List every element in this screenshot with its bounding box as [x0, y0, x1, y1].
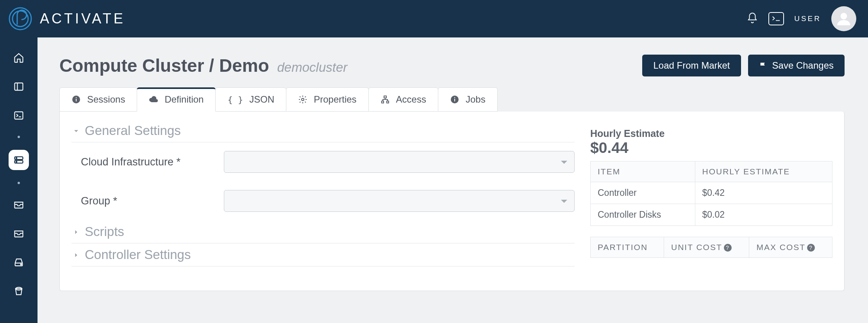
svg-rect-16 — [384, 96, 386, 98]
network-icon — [380, 95, 390, 104]
chevron-right-icon — [71, 224, 81, 239]
cell-item: Controller Disks — [591, 204, 695, 226]
tab-definition[interactable]: Definition — [137, 87, 216, 112]
tab-label: Properties — [314, 94, 356, 105]
col-unit-cost: UNIT COST? — [664, 237, 749, 258]
avatar[interactable] — [831, 6, 856, 31]
load-from-market-button[interactable]: Load From Market — [642, 55, 741, 76]
table-row: Controller $0.42 — [591, 182, 832, 204]
sidebar-item-storage[interactable] — [9, 150, 29, 170]
tab-label: Jobs — [466, 94, 486, 105]
save-changes-label: Save Changes — [772, 60, 834, 71]
cell-hourly: $0.02 — [695, 204, 832, 226]
section-title: Controller Settings — [85, 247, 191, 262]
svg-rect-20 — [454, 99, 455, 101]
gear-icon — [298, 95, 307, 104]
main-content: Compute Cluster / Demo democluster Load … — [38, 37, 868, 323]
notifications-icon[interactable] — [747, 12, 758, 25]
svg-rect-13 — [76, 99, 77, 101]
form-row-cloud-infra: Cloud Infrastructure * — [71, 142, 575, 181]
page-header: Compute Cluster / Demo democluster Load … — [59, 55, 845, 76]
col-unit-cost-label: UNIT COST — [671, 243, 722, 252]
tab-sessions[interactable]: Sessions — [59, 87, 137, 112]
tabs: Sessions Definition { } JSON Properties … — [59, 87, 845, 112]
brand-logo-icon — [8, 6, 33, 31]
cloud-infra-select[interactable] — [224, 151, 575, 173]
section-title: General Settings — [85, 123, 181, 138]
page-title-primary: Compute Cluster / Demo — [59, 55, 269, 76]
load-from-market-label: Load From Market — [653, 60, 730, 71]
tab-label: Access — [396, 94, 426, 105]
col-max-cost: MAX COST? — [749, 237, 832, 258]
section-controller-settings[interactable]: Controller Settings — [71, 243, 575, 266]
cell-hourly: $0.42 — [695, 182, 832, 204]
svg-rect-21 — [454, 97, 455, 98]
terminal-icon[interactable] — [768, 12, 784, 25]
group-select[interactable] — [224, 190, 575, 212]
tab-properties[interactable]: Properties — [286, 87, 368, 112]
chevron-right-icon — [71, 247, 81, 262]
panel-body: General Settings Cloud Infrastructure * … — [59, 112, 845, 291]
tab-label: Definition — [164, 94, 204, 105]
help-icon[interactable]: ? — [807, 244, 815, 252]
estimate-value: $0.44 — [590, 139, 832, 156]
sidebar-item-bucket[interactable] — [10, 282, 27, 300]
brand-text: ACTIVATE — [40, 11, 125, 27]
svg-point-2 — [841, 13, 847, 20]
tab-label: Sessions — [87, 94, 125, 105]
svg-rect-5 — [15, 112, 23, 119]
info-icon — [71, 95, 81, 104]
tab-access[interactable]: Access — [368, 87, 438, 112]
sidebar-item-home[interactable] — [10, 49, 27, 66]
save-changes-button[interactable]: Save Changes — [748, 55, 845, 76]
help-icon[interactable]: ? — [724, 244, 732, 252]
svg-point-15 — [302, 98, 304, 101]
sidebar-divider-dot — [18, 182, 20, 184]
chevron-down-icon — [71, 123, 81, 138]
col-partition: PARTITION — [591, 237, 664, 258]
brand: ACTIVATE — [8, 6, 125, 31]
form-row-group: Group * — [71, 181, 575, 220]
col-max-cost-label: MAX COST — [756, 243, 805, 252]
sidebar — [0, 37, 38, 323]
sidebar-item-panel[interactable] — [10, 78, 27, 95]
cloud-infra-label: Cloud Infrastructure * — [71, 156, 224, 168]
flag-icon — [759, 61, 768, 70]
estimate-title: Hourly Estimate — [590, 128, 832, 139]
table-row: Controller Disks $0.02 — [591, 204, 832, 226]
sidebar-divider-dot — [18, 136, 20, 138]
cloud-icon — [149, 95, 158, 104]
partition-table: PARTITION UNIT COST? MAX COST? — [590, 237, 832, 258]
tab-label: JSON — [249, 94, 274, 105]
top-bar: ACTIVATE USER — [0, 0, 868, 37]
svg-rect-14 — [76, 97, 77, 98]
svg-point-8 — [16, 158, 17, 158]
svg-point-9 — [16, 162, 17, 162]
tab-json[interactable]: { } JSON — [215, 87, 286, 112]
section-general-settings[interactable]: General Settings — [71, 119, 575, 142]
svg-rect-17 — [382, 101, 384, 103]
group-label: Group * — [71, 195, 224, 207]
svg-rect-3 — [15, 83, 23, 91]
col-partition-label: PARTITION — [598, 243, 648, 252]
page-title: Compute Cluster / Demo democluster — [59, 55, 347, 76]
svg-point-11 — [21, 264, 21, 265]
section-title: Scripts — [85, 224, 124, 239]
sidebar-item-disk[interactable] — [10, 254, 27, 271]
info-icon — [450, 95, 459, 104]
estimate-panel: Hourly Estimate $0.44 ITEM HOURLY ESTIMA… — [590, 119, 832, 275]
cell-item: Controller — [591, 182, 695, 204]
tab-jobs[interactable]: Jobs — [438, 87, 498, 112]
col-hourly: HOURLY ESTIMATE — [695, 162, 832, 182]
page-title-secondary: democluster — [277, 60, 348, 75]
sidebar-item-terminal[interactable] — [10, 107, 27, 124]
estimate-table: ITEM HOURLY ESTIMATE Controller $0.42 Co… — [590, 161, 832, 226]
braces-icon: { } — [227, 95, 243, 105]
user-label[interactable]: USER — [794, 14, 821, 23]
sidebar-item-inbox[interactable] — [10, 196, 27, 213]
col-item: ITEM — [591, 162, 695, 182]
section-scripts[interactable]: Scripts — [71, 220, 575, 243]
svg-rect-18 — [387, 101, 389, 103]
sidebar-item-inbox-2[interactable] — [10, 225, 27, 242]
